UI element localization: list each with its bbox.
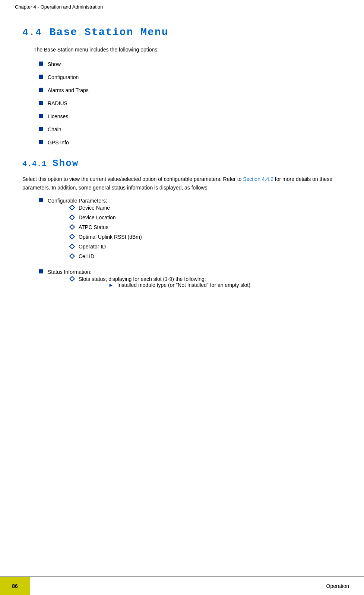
bullet-label-show: Show: [48, 60, 61, 68]
list-item: ► Installed module type (or "Not Install…: [108, 282, 250, 288]
sub-label-device-name: Device Name: [79, 205, 110, 211]
section-44-name: Base Station Menu: [50, 26, 169, 38]
list-item: Operator ID: [70, 244, 142, 250]
diamond-icon: [69, 234, 75, 240]
bullet-label-radius: RADIUS: [48, 100, 67, 107]
list-item: Alarms and Traps: [39, 87, 342, 94]
list-item: Device Location: [70, 214, 142, 220]
bullet-label-licenses: Licenses: [48, 113, 68, 120]
section-442-link[interactable]: Section 4.4.2: [243, 176, 273, 182]
bullet-label-chain: Chain: [48, 126, 61, 134]
list-item: Chain: [39, 126, 342, 134]
diamond-icon: [69, 224, 75, 230]
status-info-sub-list: Slots status, displaying for each slot (…: [70, 276, 250, 292]
diamond-icon: [69, 244, 75, 250]
section-44-number: 4.4: [22, 27, 42, 38]
body-text-before-link: Select this option to view the current v…: [22, 176, 243, 182]
footer-right-block: Operation: [30, 583, 364, 589]
section-441-number: 4.4.1: [22, 160, 47, 168]
list-item: Licenses: [39, 113, 342, 120]
bullet-square-icon: [39, 114, 43, 118]
list-item: GPS Info: [39, 139, 342, 147]
sub-label-device-location: Device Location: [79, 214, 116, 220]
footer-left-block: 86: [0, 577, 30, 595]
configurable-params-sub-list: Device Name Device Location ATPC Status: [70, 205, 142, 259]
bullet-square-icon: [39, 75, 43, 79]
bullet-label-alarms: Alarms and Traps: [48, 87, 89, 94]
sub-label-optimal-uplink: Optimal Uplink RSSI (dBm): [79, 234, 142, 240]
bullet-square-icon: [39, 127, 43, 131]
list-item: Slots status, displaying for each slot (…: [70, 276, 250, 292]
slots-status-sub-list: ► Installed module type (or "Not Install…: [108, 282, 250, 288]
bullet-square-icon: [39, 88, 43, 92]
list-item: Optimal Uplink RSSI (dBm): [70, 234, 142, 240]
sub-label-cell-id: Cell ID: [79, 253, 94, 259]
list-item: Device Name: [70, 205, 142, 211]
content-area: 4.4 Base Station Menu The Base Station m…: [0, 12, 364, 331]
bullet-square-icon: [39, 198, 43, 202]
list-item: RADIUS: [39, 100, 342, 107]
sub-label-operator-id: Operator ID: [79, 244, 106, 250]
section-44-bullet-list: Show Configuration Alarms and Traps RADI…: [39, 60, 342, 147]
list-item: ATPC Status: [70, 224, 142, 230]
footer-bar: 86 Operation: [0, 576, 364, 595]
list-item: Configuration: [39, 73, 342, 81]
slots-status-group: Slots status, displaying for each slot (…: [79, 276, 250, 292]
diamond-icon: [69, 214, 75, 220]
bullet-square-icon: [39, 62, 43, 66]
sub-sub-label-installed-module: Installed module type (or "Not Installed…: [117, 282, 250, 288]
bullet-square-icon: [39, 101, 43, 105]
bullet-label-configurable-params: Configurable Parameters:: [48, 198, 107, 204]
list-item: Show: [39, 60, 342, 68]
list-item: Configurable Parameters: Device Name Dev…: [39, 197, 342, 263]
section-44-intro: The Base Station menu includes the follo…: [34, 46, 342, 54]
bullet-square-icon: [39, 140, 43, 144]
list-item: Status Information: Slots status, displa…: [39, 268, 342, 295]
status-info-group: Status Information: Slots status, displa…: [48, 268, 250, 295]
arrow-icon: ►: [108, 282, 114, 288]
bullet-label-gps: GPS Info: [48, 139, 69, 147]
bullet-label-configuration: Configuration: [48, 73, 79, 81]
list-item: Cell ID: [70, 253, 142, 259]
sub-label-slots-status: Slots status, displaying for each slot (…: [79, 276, 206, 282]
configurable-params-group: Configurable Parameters: Device Name Dev…: [48, 197, 142, 263]
footer-page-number: 86: [12, 583, 18, 589]
diamond-icon: [69, 205, 75, 211]
section-441-main-bullets: Configurable Parameters: Device Name Dev…: [39, 197, 342, 295]
section-441-name: Show: [53, 158, 79, 169]
bullet-label-status-info: Status Information:: [48, 269, 92, 275]
sub-label-atpc-status: ATPC Status: [79, 224, 108, 230]
chapter-header-text: Chapter 4 - Operation and Administration: [15, 4, 103, 10]
diamond-icon: [69, 276, 75, 282]
section-441-title: 4.4.1 Show: [22, 158, 342, 169]
section-441-body: Select this option to view the current v…: [22, 175, 342, 192]
chapter-header: Chapter 4 - Operation and Administration: [0, 0, 364, 12]
bullet-square-icon: [39, 269, 43, 273]
footer-section-label: Operation: [326, 583, 349, 589]
page-container: Chapter 4 - Operation and Administration…: [0, 0, 364, 595]
section-44-title: 4.4 Base Station Menu: [22, 26, 342, 38]
diamond-icon: [69, 253, 75, 259]
